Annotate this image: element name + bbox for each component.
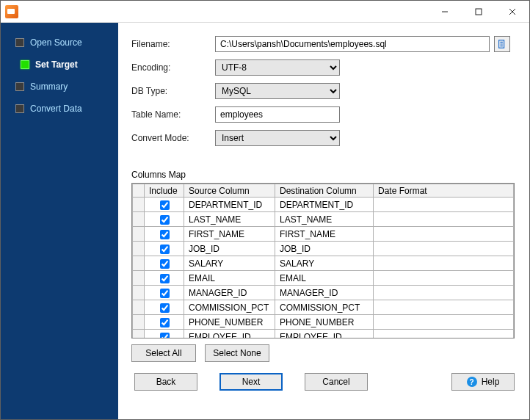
help-button[interactable]: ? Help (451, 373, 515, 391)
include-checkbox[interactable] (160, 245, 170, 254)
date_format-cell[interactable] (374, 330, 514, 339)
destination-cell[interactable]: SALARY (275, 256, 374, 271)
include-checkbox[interactable] (160, 333, 170, 338)
table-row[interactable]: PHONE_NUMBERPHONE_NUMBER (133, 315, 514, 330)
include-header[interactable]: Include (145, 184, 184, 198)
include-checkbox[interactable] (160, 259, 170, 269)
source-cell[interactable]: JOB_ID (184, 242, 275, 256)
row-handle[interactable] (133, 330, 145, 339)
row-handle[interactable] (133, 198, 145, 212)
columns-table-wrap[interactable]: Include Source Column Destination Column… (131, 183, 515, 338)
date_format-cell[interactable] (374, 315, 514, 330)
tablename-input[interactable] (215, 106, 340, 123)
row-handle[interactable] (133, 286, 145, 300)
destination-cell[interactable]: PHONE_NUMBER (275, 315, 374, 330)
destination-cell[interactable]: MANAGER_ID (275, 286, 374, 300)
back-button[interactable]: Back (134, 373, 197, 391)
source-cell[interactable]: EMPLOYEE_ID (184, 330, 275, 339)
source-cell[interactable]: FIRST_NAME (184, 227, 275, 242)
minimize-button[interactable] (428, 1, 462, 23)
step-label: Summary (30, 82, 68, 92)
browse-file-button[interactable] (494, 36, 510, 52)
table-row[interactable]: DEPARTMENT_IDDEPARTMENT_ID (133, 198, 514, 212)
row-handle[interactable] (133, 212, 145, 227)
row-handle[interactable] (133, 315, 145, 330)
destination-column-header[interactable]: Destination Column (275, 184, 374, 198)
table-row[interactable]: COMMISSION_PCTCOMMISSION_PCT (133, 300, 514, 315)
source-cell[interactable]: DEPARTMENT_ID (184, 198, 275, 212)
convertmode-select[interactable]: Insert (215, 130, 340, 146)
sidebar-step[interactable]: Set Target (1, 54, 118, 76)
row-handle[interactable] (133, 256, 145, 271)
include-checkbox[interactable] (160, 289, 170, 298)
sidebar-step[interactable]: Open Source (1, 32, 118, 54)
include-checkbox[interactable] (160, 200, 170, 210)
sidebar-step[interactable]: Convert Data (1, 98, 118, 120)
cancel-button[interactable]: Cancel (305, 373, 368, 391)
step-indicator-icon (21, 60, 29, 69)
include-cell (145, 330, 184, 339)
source-cell[interactable]: SALARY (184, 256, 275, 271)
next-button[interactable]: Next (219, 373, 283, 391)
source-cell[interactable]: COMMISSION_PCT (184, 300, 275, 315)
close-button[interactable] (495, 1, 529, 23)
table-row[interactable]: LAST_NAMELAST_NAME (133, 212, 514, 227)
table-row[interactable]: MANAGER_IDMANAGER_ID (133, 286, 514, 300)
destination-cell[interactable]: JOB_ID (275, 242, 374, 256)
include-checkbox[interactable] (160, 318, 170, 327)
include-cell (145, 271, 184, 286)
destination-cell[interactable]: LAST_NAME (275, 212, 374, 227)
destination-cell[interactable]: COMMISSION_PCT (275, 300, 374, 315)
row-handle-header (133, 184, 145, 198)
maximize-button[interactable] (462, 1, 495, 23)
encoding-select[interactable]: UTF-8 (215, 59, 340, 76)
date_format-cell[interactable] (374, 256, 514, 271)
table-row[interactable]: FIRST_NAMEFIRST_NAME (133, 227, 514, 242)
row-handle[interactable] (133, 242, 145, 256)
svg-rect-0 (476, 9, 482, 15)
convertmode-label: Convert Mode: (131, 133, 211, 143)
sidebar-step[interactable]: Summary (1, 76, 118, 98)
dbtype-select[interactable]: MySQL (215, 83, 340, 99)
include-checkbox[interactable] (160, 215, 170, 225)
row-handle[interactable] (133, 271, 145, 286)
date_format-cell[interactable] (374, 286, 514, 300)
table-row[interactable]: EMAILEMAIL (133, 271, 514, 286)
destination-cell[interactable]: EMAIL (275, 271, 374, 286)
source-cell[interactable]: MANAGER_ID (184, 286, 275, 300)
date_format-cell[interactable] (374, 271, 514, 286)
source-cell[interactable]: EMAIL (184, 271, 275, 286)
destination-cell[interactable]: DEPARTMENT_ID (275, 198, 374, 212)
step-label: Open Source (30, 37, 82, 48)
wizard-window: Open SourceSet TargetSummaryConvert Data… (0, 0, 530, 420)
include-checkbox[interactable] (160, 274, 170, 283)
date_format-cell[interactable] (374, 242, 514, 256)
include-cell (145, 256, 184, 271)
destination-cell[interactable]: FIRST_NAME (275, 227, 374, 242)
columns-table: Include Source Column Destination Column… (132, 184, 514, 338)
source-column-header[interactable]: Source Column (184, 184, 275, 198)
table-row[interactable]: JOB_IDJOB_ID (133, 242, 514, 256)
select-none-button[interactable]: Select None (205, 344, 269, 362)
include-checkbox[interactable] (160, 303, 170, 313)
date_format-cell[interactable] (374, 300, 514, 315)
row-handle[interactable] (133, 227, 145, 242)
date_format-cell[interactable] (374, 227, 514, 242)
include-cell (145, 227, 184, 242)
include-checkbox[interactable] (160, 230, 170, 239)
filename-label: Filename: (131, 39, 211, 49)
row-handle[interactable] (133, 300, 145, 315)
filename-input[interactable] (215, 36, 490, 52)
source-cell[interactable]: PHONE_NUMBER (184, 315, 275, 330)
include-cell (145, 300, 184, 315)
include-cell (145, 242, 184, 256)
source-cell[interactable]: LAST_NAME (184, 212, 275, 227)
include-cell (145, 212, 184, 227)
date_format-cell[interactable] (374, 198, 514, 212)
table-row[interactable]: EMPLOYEE_IDEMPLOYEE_ID (133, 330, 514, 339)
date_format-cell[interactable] (374, 212, 514, 227)
select-all-button[interactable]: Select All (131, 344, 196, 362)
destination-cell[interactable]: EMPLOYEE_ID (275, 330, 374, 339)
table-row[interactable]: SALARYSALARY (133, 256, 514, 271)
date-format-header[interactable]: Date Format (374, 184, 514, 198)
